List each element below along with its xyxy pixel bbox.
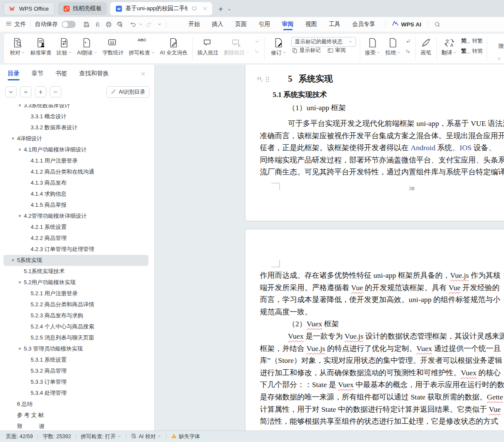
ribbon-画笔-button[interactable]: 画笔 [418,35,434,56]
toc-item[interactable]: 5.2.3 商品发布与求购 [3,310,148,321]
toc-item[interactable]: 4.1.4 求购信息 [3,188,148,200]
toc-item[interactable]: ▼4.1用户功能模块详细设计 [3,144,148,155]
search-icon[interactable] [432,19,443,29]
toc-collapse-arrow-icon[interactable]: ▼ [18,211,24,222]
document-page-38[interactable]: H1 5 系统实现 5.1 系统实现技术 （1）uni-app 框架 可于多平台… [245,65,504,221]
document-page-39[interactable]: 作用而达成。存在诸多优势性特征 uni-app 框架所具备的，Vue.js 作为… [245,229,504,431]
ribbon-拼写检查-button[interactable]: ABC拼写检查 [126,35,157,56]
chev-icon[interactable] [5,86,17,97]
chev-icon[interactable] [157,21,162,28]
preview-icon[interactable] [114,19,125,29]
toc-item[interactable]: 4.2.2 商品管理 [3,233,148,244]
toc-collapse-arrow-icon[interactable]: ▼ [18,277,24,288]
tab-list-chevron-icon[interactable]: ⌄ [226,3,233,14]
toc-item[interactable]: 3.3.2 数据库表设计 [3,122,148,133]
toc-item[interactable]: 5.2.1 用户注册登录 [3,288,148,299]
toc-collapse-arrow-icon[interactable]: ▼ [18,343,24,354]
save-icon[interactable] [81,19,92,29]
toc-collapse-arrow-icon[interactable]: ▼ [11,133,17,144]
sidebar-tab-目录[interactable]: 目录 [8,65,20,83]
close-icon[interactable] [201,5,209,12]
toc-item[interactable]: 4.1.3 商品发布 [3,177,148,188]
toc-item[interactable]: 4.1.5 商品举报 [3,200,148,211]
toc-item[interactable]: 4.1.1 用户注册登录 [3,155,148,166]
redo-icon[interactable] [143,19,154,29]
menu-tab-工具[interactable]: 工具 [323,17,346,31]
wps-ai-button[interactable]: WPS AI [392,20,421,29]
ai-recognize-toc-button[interactable]: AI识别目录 [106,86,149,98]
toc-item[interactable]: 参 考 文 献 [3,410,148,421]
minus-icon[interactable] [50,86,61,97]
toc-item[interactable]: 5.2.4 个人中心与商品搜索 [3,321,148,332]
prev-change-button[interactable] [404,38,412,45]
toc-item[interactable]: 4.2.3 订单管理与处理管理 [3,244,148,255]
ribbon-审阅-button[interactable]: 审阅 [327,47,347,54]
menu-tab-开始[interactable]: 开始 [182,17,206,31]
ribbon-校对-button[interactable]: 校对 [7,35,28,56]
ribbon-AI 全文润色-button[interactable]: AI 全文润色 [157,35,190,56]
menu-tab-页面[interactable]: 页面 [229,17,253,31]
ribbon-翻译-button[interactable]: 文A翻译 [439,35,459,56]
toc-item[interactable]: ▼3.3系统数据库设计 [3,104,148,111]
sidebar-tab-章节[interactable]: 章节 [31,65,43,83]
ribbon-修订-button[interactable]: 修订 [268,35,289,57]
app-tab-docer[interactable]: 找稻壳模板 [58,2,107,15]
export-icon[interactable] [92,19,103,29]
ai-proof-status[interactable]: AI 校对 [131,433,161,440]
menu-tab-视图[interactable]: 视图 [299,17,323,31]
close-icon[interactable] [138,69,148,78]
menu-tab-引用[interactable]: 引用 [253,17,276,31]
toc-item[interactable]: 4.1.2 商品分类和在线沟通 [3,166,148,177]
markup-state-select[interactable]: 显示标记的最终状态 [291,37,356,47]
toc-item[interactable]: 5.2.2 商品分类和商品详情 [3,299,148,310]
convert-转繁-button[interactable]: 简→转繁 [461,37,483,45]
restrict-edit-button[interactable]: 限制编辑 [498,43,504,50]
undo-icon[interactable] [128,19,139,29]
drag-handle-icon[interactable] [266,77,269,82]
toc-item[interactable]: 5.3.1 系统设置 [3,354,148,365]
ribbon-拒绝-button[interactable]: 拒绝 [383,35,403,56]
toc-item[interactable]: ▼5.3 管理员功能模块实现 [3,343,148,354]
menu-tab-审阅[interactable]: 审阅 [276,17,299,31]
ribbon-插入批注-button[interactable]: 插入批注 [195,35,221,56]
autosave-control[interactable]: 自动保存 [35,20,76,28]
toc-item[interactable]: 致 谢 [3,421,148,431]
toc-item[interactable]: 4.2.1 系统设置 [3,222,148,233]
toc-item[interactable]: ▼5系统实现 [3,255,148,266]
ribbon-显示标记-button[interactable]: 显示标记 [291,47,322,54]
toc-collapse-arrow-icon[interactable]: ▼ [11,255,17,266]
word-count-indicator[interactable]: 字数: 25392 [43,433,71,440]
ribbon-比较-button[interactable]: 比较 [54,35,74,56]
app-tab-document[interactable]: W基于uni-app的校园二手物品 [110,2,212,15]
ribbon-接受-button[interactable]: 接受 [362,35,383,56]
ribbon-标准审查-button[interactable]: 标准审查 [28,35,54,56]
toc-item[interactable]: 5.2.5 消息列表与聊天页面 [3,332,148,343]
chev-icon[interactable] [139,21,143,28]
toc-item[interactable]: 5.3.4 处理管理 [3,388,148,399]
chev-up-icon[interactable] [20,86,31,97]
autosave-toggle[interactable] [62,21,76,28]
sidebar-tab-查找和替换[interactable]: 查找和替换 [79,65,109,83]
menu-tab-插入[interactable]: 插入 [206,17,229,31]
plus-icon[interactable] [35,86,46,97]
toc-item[interactable]: ▼4.2管理功能模块详细设计 [3,211,148,222]
toc-item[interactable]: ▼4详细设计 [3,133,148,144]
toc-item[interactable]: 5.3.3 订单管理 [3,376,148,388]
toc-item[interactable]: 6 总结 [3,399,148,410]
toc-item[interactable]: 3.3.1 概念设计 [3,111,148,122]
missing-font-warning[interactable]: 缺失字体 [171,433,200,440]
toc-collapse-arrow-icon[interactable]: ▼ [18,104,24,111]
toc-item[interactable]: ▼5.2用户功能模块实现 [3,277,148,288]
file-menu[interactable]: 文件 [5,20,26,29]
share-to-screen-icon[interactable] [191,5,198,12]
page-indicator[interactable]: 页面: 42/59 [6,433,33,440]
spell-check-status[interactable]: 拼写检查: 打开 [81,433,121,440]
convert-转简-button[interactable]: 繁→转简 [461,47,483,55]
ribbon-字数统计-button[interactable]: 12字数统计 [100,35,126,56]
ribbon-AI朗读-button[interactable]: AI朗读 [74,35,100,56]
ribbon-expand-icon[interactable] [497,54,501,62]
heading-level-marker[interactable]: H1 [257,76,269,83]
app-tab-wps-office[interactable]: WPS Office [3,2,54,15]
toc-collapse-arrow-icon[interactable]: ▼ [18,144,24,155]
next-change-button[interactable] [404,48,412,55]
